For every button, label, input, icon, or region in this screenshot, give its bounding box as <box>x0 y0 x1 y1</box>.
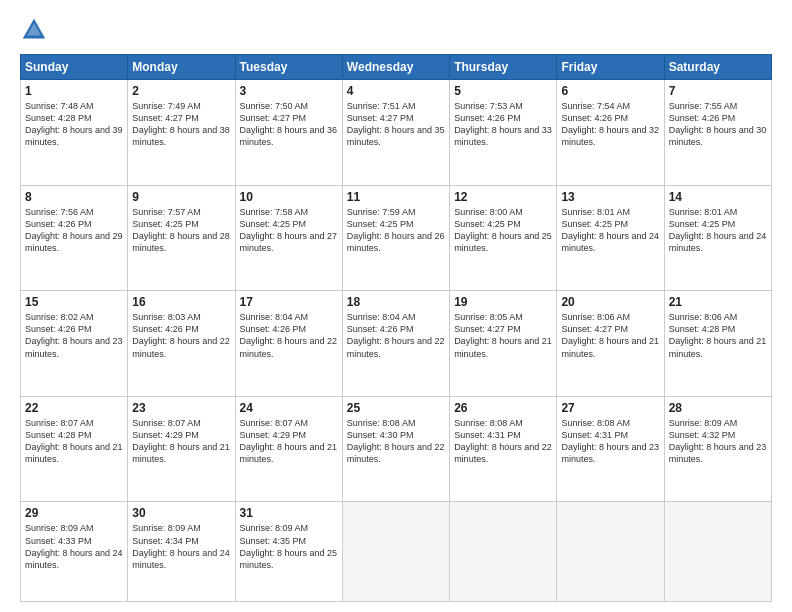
header <box>20 16 772 44</box>
calendar-cell-17: 17Sunrise: 8:04 AMSunset: 4:26 PMDayligh… <box>235 291 342 397</box>
day-info: Sunrise: 8:08 AMSunset: 4:31 PMDaylight:… <box>454 418 552 464</box>
day-number: 3 <box>240 84 338 98</box>
day-number: 5 <box>454 84 552 98</box>
day-number: 1 <box>25 84 123 98</box>
day-number: 15 <box>25 295 123 309</box>
day-info: Sunrise: 7:55 AMSunset: 4:26 PMDaylight:… <box>669 101 767 147</box>
day-info: Sunrise: 8:09 AMSunset: 4:33 PMDaylight:… <box>25 523 123 569</box>
calendar-week-3: 15Sunrise: 8:02 AMSunset: 4:26 PMDayligh… <box>21 291 772 397</box>
day-number: 23 <box>132 401 230 415</box>
day-info: Sunrise: 7:56 AMSunset: 4:26 PMDaylight:… <box>25 207 123 253</box>
calendar-table: SundayMondayTuesdayWednesdayThursdayFrid… <box>20 54 772 602</box>
day-number: 19 <box>454 295 552 309</box>
calendar-cell-18: 18Sunrise: 8:04 AMSunset: 4:26 PMDayligh… <box>342 291 449 397</box>
calendar-cell-16: 16Sunrise: 8:03 AMSunset: 4:26 PMDayligh… <box>128 291 235 397</box>
calendar-cell-4: 4Sunrise: 7:51 AMSunset: 4:27 PMDaylight… <box>342 80 449 186</box>
calendar-cell-empty <box>342 502 449 602</box>
logo-icon <box>20 16 48 44</box>
day-info: Sunrise: 8:04 AMSunset: 4:26 PMDaylight:… <box>240 312 338 358</box>
calendar-cell-10: 10Sunrise: 7:58 AMSunset: 4:25 PMDayligh… <box>235 185 342 291</box>
col-header-saturday: Saturday <box>664 55 771 80</box>
day-number: 26 <box>454 401 552 415</box>
day-number: 9 <box>132 190 230 204</box>
logo <box>20 16 50 44</box>
day-info: Sunrise: 8:07 AMSunset: 4:29 PMDaylight:… <box>132 418 230 464</box>
calendar-cell-21: 21Sunrise: 8:06 AMSunset: 4:28 PMDayligh… <box>664 291 771 397</box>
day-info: Sunrise: 8:02 AMSunset: 4:26 PMDaylight:… <box>25 312 123 358</box>
day-number: 31 <box>240 506 338 520</box>
day-number: 27 <box>561 401 659 415</box>
day-number: 22 <box>25 401 123 415</box>
calendar-cell-24: 24Sunrise: 8:07 AMSunset: 4:29 PMDayligh… <box>235 396 342 502</box>
day-info: Sunrise: 8:01 AMSunset: 4:25 PMDaylight:… <box>669 207 767 253</box>
calendar-cell-28: 28Sunrise: 8:09 AMSunset: 4:32 PMDayligh… <box>664 396 771 502</box>
col-header-friday: Friday <box>557 55 664 80</box>
day-number: 25 <box>347 401 445 415</box>
calendar-cell-29: 29Sunrise: 8:09 AMSunset: 4:33 PMDayligh… <box>21 502 128 602</box>
day-number: 21 <box>669 295 767 309</box>
day-number: 10 <box>240 190 338 204</box>
day-info: Sunrise: 8:09 AMSunset: 4:35 PMDaylight:… <box>240 523 338 569</box>
day-info: Sunrise: 7:54 AMSunset: 4:26 PMDaylight:… <box>561 101 659 147</box>
calendar-cell-2: 2Sunrise: 7:49 AMSunset: 4:27 PMDaylight… <box>128 80 235 186</box>
day-number: 12 <box>454 190 552 204</box>
calendar-cell-5: 5Sunrise: 7:53 AMSunset: 4:26 PMDaylight… <box>450 80 557 186</box>
calendar-cell-1: 1Sunrise: 7:48 AMSunset: 4:28 PMDaylight… <box>21 80 128 186</box>
calendar-cell-30: 30Sunrise: 8:09 AMSunset: 4:34 PMDayligh… <box>128 502 235 602</box>
day-number: 17 <box>240 295 338 309</box>
day-info: Sunrise: 8:06 AMSunset: 4:28 PMDaylight:… <box>669 312 767 358</box>
day-number: 14 <box>669 190 767 204</box>
day-info: Sunrise: 7:57 AMSunset: 4:25 PMDaylight:… <box>132 207 230 253</box>
calendar-cell-empty <box>450 502 557 602</box>
day-number: 8 <box>25 190 123 204</box>
day-info: Sunrise: 8:06 AMSunset: 4:27 PMDaylight:… <box>561 312 659 358</box>
day-info: Sunrise: 7:48 AMSunset: 4:28 PMDaylight:… <box>25 101 123 147</box>
calendar-cell-19: 19Sunrise: 8:05 AMSunset: 4:27 PMDayligh… <box>450 291 557 397</box>
day-info: Sunrise: 8:09 AMSunset: 4:32 PMDaylight:… <box>669 418 767 464</box>
day-number: 4 <box>347 84 445 98</box>
calendar-header-row: SundayMondayTuesdayWednesdayThursdayFrid… <box>21 55 772 80</box>
day-number: 29 <box>25 506 123 520</box>
calendar-cell-31: 31Sunrise: 8:09 AMSunset: 4:35 PMDayligh… <box>235 502 342 602</box>
col-header-wednesday: Wednesday <box>342 55 449 80</box>
day-info: Sunrise: 8:07 AMSunset: 4:28 PMDaylight:… <box>25 418 123 464</box>
calendar-cell-9: 9Sunrise: 7:57 AMSunset: 4:25 PMDaylight… <box>128 185 235 291</box>
calendar-cell-23: 23Sunrise: 8:07 AMSunset: 4:29 PMDayligh… <box>128 396 235 502</box>
day-number: 28 <box>669 401 767 415</box>
page: SundayMondayTuesdayWednesdayThursdayFrid… <box>0 0 792 612</box>
calendar-cell-empty <box>557 502 664 602</box>
col-header-tuesday: Tuesday <box>235 55 342 80</box>
day-number: 24 <box>240 401 338 415</box>
day-number: 13 <box>561 190 659 204</box>
day-number: 18 <box>347 295 445 309</box>
calendar-cell-20: 20Sunrise: 8:06 AMSunset: 4:27 PMDayligh… <box>557 291 664 397</box>
calendar-cell-8: 8Sunrise: 7:56 AMSunset: 4:26 PMDaylight… <box>21 185 128 291</box>
calendar-cell-12: 12Sunrise: 8:00 AMSunset: 4:25 PMDayligh… <box>450 185 557 291</box>
calendar-cell-15: 15Sunrise: 8:02 AMSunset: 4:26 PMDayligh… <box>21 291 128 397</box>
day-number: 30 <box>132 506 230 520</box>
day-info: Sunrise: 7:49 AMSunset: 4:27 PMDaylight:… <box>132 101 230 147</box>
calendar-cell-11: 11Sunrise: 7:59 AMSunset: 4:25 PMDayligh… <box>342 185 449 291</box>
day-info: Sunrise: 8:08 AMSunset: 4:31 PMDaylight:… <box>561 418 659 464</box>
day-info: Sunrise: 8:05 AMSunset: 4:27 PMDaylight:… <box>454 312 552 358</box>
calendar-week-2: 8Sunrise: 7:56 AMSunset: 4:26 PMDaylight… <box>21 185 772 291</box>
calendar-cell-6: 6Sunrise: 7:54 AMSunset: 4:26 PMDaylight… <box>557 80 664 186</box>
calendar-cell-22: 22Sunrise: 8:07 AMSunset: 4:28 PMDayligh… <box>21 396 128 502</box>
day-info: Sunrise: 8:01 AMSunset: 4:25 PMDaylight:… <box>561 207 659 253</box>
day-number: 6 <box>561 84 659 98</box>
calendar-cell-26: 26Sunrise: 8:08 AMSunset: 4:31 PMDayligh… <box>450 396 557 502</box>
day-info: Sunrise: 7:59 AMSunset: 4:25 PMDaylight:… <box>347 207 445 253</box>
day-info: Sunrise: 7:53 AMSunset: 4:26 PMDaylight:… <box>454 101 552 147</box>
calendar-cell-27: 27Sunrise: 8:08 AMSunset: 4:31 PMDayligh… <box>557 396 664 502</box>
calendar-week-1: 1Sunrise: 7:48 AMSunset: 4:28 PMDaylight… <box>21 80 772 186</box>
day-info: Sunrise: 7:51 AMSunset: 4:27 PMDaylight:… <box>347 101 445 147</box>
calendar-cell-3: 3Sunrise: 7:50 AMSunset: 4:27 PMDaylight… <box>235 80 342 186</box>
day-number: 20 <box>561 295 659 309</box>
day-info: Sunrise: 7:58 AMSunset: 4:25 PMDaylight:… <box>240 207 338 253</box>
col-header-monday: Monday <box>128 55 235 80</box>
day-number: 7 <box>669 84 767 98</box>
day-info: Sunrise: 8:08 AMSunset: 4:30 PMDaylight:… <box>347 418 445 464</box>
calendar-week-5: 29Sunrise: 8:09 AMSunset: 4:33 PMDayligh… <box>21 502 772 602</box>
day-number: 11 <box>347 190 445 204</box>
calendar-week-4: 22Sunrise: 8:07 AMSunset: 4:28 PMDayligh… <box>21 396 772 502</box>
